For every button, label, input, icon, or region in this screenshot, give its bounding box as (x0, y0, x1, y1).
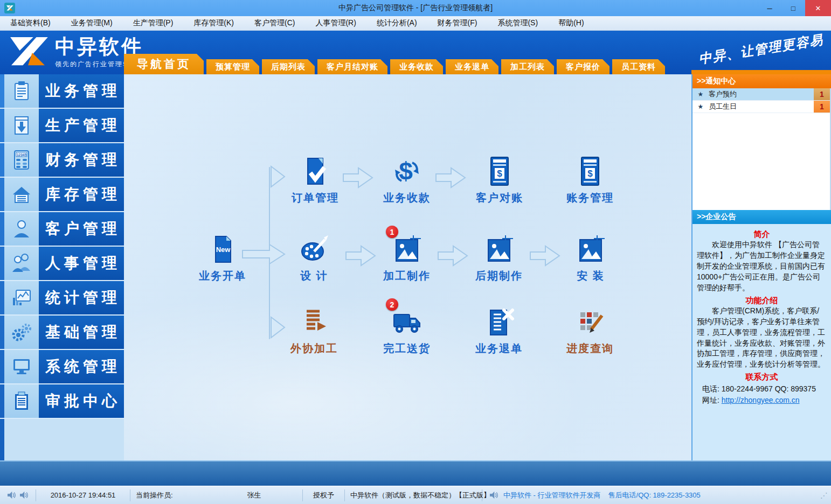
tab-budget[interactable]: 预算管理 (206, 59, 259, 74)
flow-node-order-return[interactable]: 业务退单 (464, 305, 534, 356)
menu-item-help[interactable]: 帮助(H) (548, 16, 594, 30)
status-bar: 2016-10-27 19:44:51 当前操作员: 张生 授权予 中异软件（测… (0, 486, 831, 504)
notification-item-customer-appointment[interactable]: ★ 客户预约 1 (692, 88, 830, 101)
svg-text:12345: 12345 (17, 153, 26, 157)
flow-node-post-production[interactable]: 后期制作 (464, 232, 534, 283)
flow-node-account-management[interactable]: $ 账务管理 (555, 154, 625, 205)
notification-count-badge: 1 (814, 88, 830, 100)
notification-badge: 1 (386, 226, 398, 238)
window-title: 中异广告公司管理软件 - [广告行业管理领航者] (0, 3, 831, 13)
notification-badge: 2 (386, 298, 398, 311)
sidebar-item-business[interactable]: 业务管理 (0, 74, 124, 109)
sidebar-item-label: 系统管理 (39, 350, 124, 383)
sidebar-item-label: 统计管理 (39, 281, 124, 314)
notification-list: ★ 客户预约 1 ★ 员工生日 1 (692, 88, 831, 210)
flow-node-label: 业务收款 (372, 191, 442, 205)
sidebar-item-system[interactable]: 系统管理 (0, 350, 124, 384)
sidebar-item-finance[interactable]: 12345 财务管理 (0, 143, 124, 178)
return-doc-icon (464, 305, 534, 339)
menu-item-production[interactable]: 生产管理(P) (123, 16, 184, 30)
flow-node-label: 外协加工 (279, 341, 349, 356)
flow-node-install[interactable]: 安 装 (556, 232, 626, 283)
menu-item-hr[interactable]: 人事管理(R) (305, 16, 366, 30)
status-company-info: 中异软件 - 行业管理软件开发商 (503, 491, 601, 500)
warehouse-icon (4, 178, 39, 211)
menu-item-system[interactable]: 系统管理(S) (487, 16, 548, 30)
status-datetime: 2016-10-27 19:44:51 (36, 489, 130, 501)
sidebar-item-label: 基础管理 (39, 316, 124, 349)
tab-returns[interactable]: 业务退单 (446, 59, 498, 74)
menu-item-business[interactable]: 业务管理(M) (61, 16, 123, 30)
company-logo-icon (6, 35, 50, 68)
flow-node-business-receipts[interactable]: $ 业务收款 (372, 154, 442, 205)
bottom-band (0, 460, 831, 486)
speaker-icon[interactable] (7, 491, 16, 499)
tab-receipts[interactable]: 业务收款 (390, 59, 443, 74)
status-support-info: 售后电话/QQ: 189-2235-3305 (608, 491, 701, 500)
title-bar[interactable]: 中异广告公司管理软件 - [广告行业管理领航者] ─ □ ✕ (0, 0, 831, 16)
website-link[interactable]: http://zhongyee.com.cn (722, 396, 800, 404)
flow-node-label: 客户对账 (465, 191, 535, 205)
sidebar-item-statistics[interactable]: 统计管理 (0, 281, 124, 316)
tab-staff-info[interactable]: 员工资料 (612, 59, 665, 74)
flow-node-label: 后期制作 (464, 269, 534, 283)
announcement-contact-heading: 联系方式 (697, 371, 827, 382)
flow-arrow-icon (435, 166, 466, 190)
menu-item-statistics[interactable]: 统计分析(A) (366, 16, 427, 30)
sidebar-item-inventory[interactable]: 库存管理 (0, 178, 124, 212)
outsource-doc-icon (279, 305, 349, 339)
gears-icon (4, 316, 39, 349)
dollar-icon: $ (372, 154, 442, 188)
sidebar-item-label: 库存管理 (39, 178, 124, 211)
minimize-button[interactable]: ─ (758, 0, 781, 16)
flow-node-order-management[interactable]: 订单管理 (280, 154, 350, 205)
sidebar-item-production[interactable]: 生产管理 (0, 109, 124, 143)
flow-node-outsourcing[interactable]: 外协加工 (279, 305, 349, 356)
flow-node-label: 完工送货 (372, 341, 442, 356)
sidebar-item-hr[interactable]: 人事管理 (0, 247, 124, 281)
flow-node-progress-query[interactable]: 进度查询 (555, 305, 625, 356)
speaker-icon[interactable] (489, 491, 498, 499)
star-icon: ★ (692, 103, 709, 110)
tab-quotation[interactable]: 客户报价 (557, 59, 610, 74)
progress-query-icon (555, 305, 625, 339)
sidebar-item-approval[interactable]: 审批中心 (0, 384, 124, 419)
app-window: 中异广告公司管理软件 - [广告行业管理领航者] ─ □ ✕ 基础资料(B) 业… (0, 0, 831, 504)
menu-item-customer[interactable]: 客户管理(C) (244, 16, 305, 30)
tab-post-list[interactable]: 后期列表 (262, 59, 315, 74)
status-operator-label: 当前操作员: (130, 489, 206, 501)
system-monitor-icon (4, 350, 39, 383)
tab-processing-list[interactable]: 加工列表 (501, 59, 554, 74)
flow-node-design[interactable]: 设 计 (279, 232, 349, 283)
notification-item-staff-birthday[interactable]: ★ 员工生日 1 (692, 101, 830, 113)
maximize-button[interactable]: □ (781, 0, 805, 16)
sidebar-item-label: 人事管理 (39, 247, 124, 280)
slogan-block: 中异、让管理更容易 (691, 31, 831, 74)
statistics-chart-icon (4, 281, 39, 314)
finance-calculator-icon: 12345 (4, 143, 39, 177)
resize-grip[interactable]: ⋰ (820, 491, 828, 500)
tab-nav-home[interactable]: 导航首页 (124, 54, 204, 74)
speaker-icon[interactable] (19, 491, 29, 499)
ledger-icon: $ (555, 154, 625, 188)
menu-item-finance[interactable]: 财务管理(F) (427, 16, 488, 30)
sidebar: 业务管理 生产管理 12345 财务管理 库存管理 客户管理 (0, 74, 124, 460)
flow-node-delivery[interactable]: 2 完工送货 (372, 305, 442, 356)
flow-node-label: 加工制作 (372, 269, 442, 283)
tab-monthly-statement[interactable]: 客户月结对账 (317, 59, 387, 74)
star-icon: ★ (692, 90, 709, 98)
sidebar-item-base[interactable]: 基础管理 (0, 316, 124, 350)
close-button[interactable]: ✕ (805, 0, 831, 16)
menu-item-inventory[interactable]: 库存管理(K) (183, 16, 244, 30)
notification-center-header: >>通知中心 (692, 74, 831, 88)
menu-item-base-data[interactable]: 基础资料(B) (0, 16, 61, 30)
hr-people-icon (4, 247, 39, 280)
contact-website-label: 网址: (702, 396, 722, 404)
sidebar-item-customer[interactable]: 客户管理 (0, 212, 124, 247)
status-license-text: 中异软件（测试版，数据不稳定）【正式版】 (345, 489, 482, 501)
svg-text:New: New (216, 246, 231, 254)
workflow-canvas: 订单管理 $ 业务收款 $ 客户对账 $ 账务管理 New 业务 (124, 74, 691, 460)
flow-node-customer-statement[interactable]: $ 客户对账 (465, 154, 535, 205)
flow-node-processing[interactable]: 1 加工制作 (372, 232, 442, 283)
notification-count-badge: 1 (814, 101, 830, 113)
